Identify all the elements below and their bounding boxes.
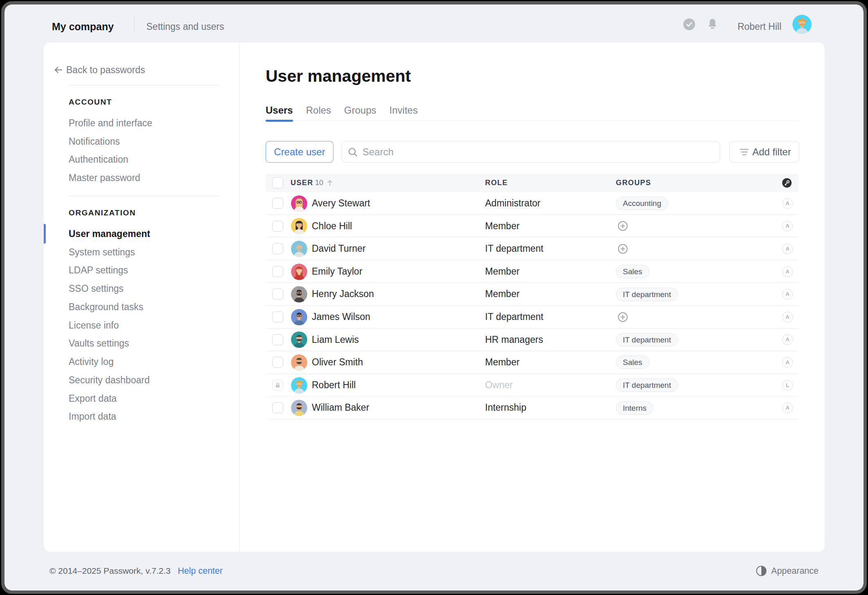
- user-name[interactable]: William Baker: [312, 396, 369, 419]
- group-chip[interactable]: Sales: [616, 265, 649, 278]
- sidebar-item-profile-and-interface[interactable]: Profile and interface: [69, 114, 221, 132]
- sidebar-item-authentication[interactable]: Authentication: [69, 151, 221, 169]
- table-row[interactable]: William BakerInternshipInternsA: [266, 396, 799, 419]
- table-row[interactable]: James WilsonIT departmentA: [266, 306, 799, 329]
- auth-type-badge: A: [782, 244, 793, 254]
- active-tab-underline: [266, 120, 293, 122]
- authorization-key-icon[interactable]: [782, 178, 792, 188]
- user-name[interactable]: Chloe Hill: [312, 215, 352, 238]
- user-avatar: [291, 286, 307, 302]
- topbar-divider: [134, 16, 134, 33]
- add-group-icon[interactable]: [618, 244, 628, 254]
- current-user-avatar[interactable]: [792, 15, 812, 34]
- user-name[interactable]: Avery Stewart: [312, 192, 370, 215]
- tab-groups[interactable]: Groups: [344, 103, 376, 121]
- row-checkbox[interactable]: [272, 402, 283, 413]
- table-header: USER 10 ROLE GROUPS: [266, 174, 799, 192]
- row-checkbox[interactable]: [272, 266, 283, 277]
- sidebar-item-ldap-settings[interactable]: LDAP settings: [69, 262, 221, 280]
- group-chip[interactable]: IT department: [616, 378, 678, 392]
- group-chip[interactable]: IT department: [616, 333, 678, 347]
- group-chip[interactable]: Accounting: [616, 197, 668, 210]
- back-to-passwords-link[interactable]: Back to passwords: [54, 63, 145, 77]
- add-group-icon[interactable]: [618, 221, 628, 231]
- row-checkbox[interactable]: [272, 198, 283, 209]
- create-user-button[interactable]: Create user: [266, 141, 333, 163]
- user-name[interactable]: Robert Hill: [312, 374, 356, 397]
- copyright-text: © 2014–2025 Passwork, v.7.2.3: [49, 564, 170, 577]
- sidebar-item-activity-log[interactable]: Activity log: [69, 353, 221, 371]
- sidebar-item-master-password[interactable]: Master password: [69, 169, 221, 187]
- settings-sidebar: Back to passwords ACCOUNT Profile and in…: [44, 42, 239, 552]
- user-table-body: Avery StewartAdministratorAccountingAChl…: [266, 192, 799, 419]
- table-row[interactable]: Emily TaylorMemberSalesA: [266, 260, 799, 283]
- breadcrumb: Settings and users: [146, 18, 224, 35]
- group-chip[interactable]: IT department: [616, 288, 678, 301]
- user-name[interactable]: Henry Jackson: [312, 283, 374, 306]
- table-row[interactable]: Avery StewartAdministratorAccountingA: [266, 192, 799, 215]
- user-avatar: [291, 309, 307, 325]
- table-row[interactable]: Henry JacksonMemberIT departmentA: [266, 283, 799, 306]
- tab-invites[interactable]: Invites: [389, 103, 418, 121]
- sidebar-item-vaults-settings[interactable]: Vaults settings: [69, 335, 221, 353]
- sidebar-item-background-tasks[interactable]: Background tasks: [69, 298, 221, 316]
- notifications-bell-icon[interactable]: [707, 18, 718, 30]
- user-role: Owner: [485, 374, 513, 397]
- column-header-groups[interactable]: GROUPS: [616, 174, 651, 192]
- user-name[interactable]: David Turner: [312, 237, 366, 260]
- table-row[interactable]: David TurnerIT departmentA: [266, 237, 799, 260]
- select-all-checkbox[interactable]: [272, 177, 283, 188]
- sidebar-item-license-info[interactable]: License info: [69, 316, 221, 335]
- sidebar-item-user-management[interactable]: User management: [69, 225, 221, 243]
- add-group-icon[interactable]: [618, 312, 628, 322]
- sidebar-item-system-settings[interactable]: System settings: [69, 243, 221, 262]
- status-check-icon[interactable]: [683, 18, 695, 30]
- search-input[interactable]: [362, 142, 714, 162]
- column-header-user[interactable]: USER: [291, 174, 313, 192]
- sort-ascending-icon[interactable]: [327, 179, 333, 186]
- sidebar-items-account: Profile and interfaceNotificationsAuthen…: [69, 114, 221, 187]
- current-user-name[interactable]: Robert Hill: [738, 18, 781, 35]
- help-center-link[interactable]: Help center: [178, 564, 223, 577]
- user-name[interactable]: Liam Lewis: [312, 329, 359, 351]
- top-bar: My company Settings and users Robert Hil…: [4, 4, 864, 42]
- company-name[interactable]: My company: [52, 18, 114, 35]
- row-checkbox[interactable]: [272, 311, 283, 322]
- table-row[interactable]: Liam LewisHR managersIT departmentA: [266, 329, 799, 351]
- sidebar-item-security-dashboard[interactable]: Security dashboard: [69, 371, 221, 389]
- user-role: Administrator: [485, 192, 540, 215]
- tab-roles[interactable]: Roles: [306, 103, 331, 121]
- table-row[interactable]: Oliver SmithMemberSalesA: [266, 351, 799, 374]
- row-checkbox[interactable]: [272, 357, 283, 368]
- tab-bar: UsersRolesGroupsInvites: [266, 103, 799, 121]
- appearance-toggle[interactable]: Appearance: [756, 563, 819, 579]
- table-row[interactable]: Robert HillOwnerIT departmentL: [266, 374, 799, 397]
- tab-users[interactable]: Users: [266, 103, 293, 121]
- sidebar-divider: [239, 42, 239, 552]
- sidebar-item-import-data[interactable]: Import data: [69, 408, 221, 426]
- table-row[interactable]: Chloe HillMemberA: [266, 215, 799, 238]
- auth-type-badge: L: [782, 380, 793, 391]
- user-avatar: [291, 331, 307, 348]
- user-name[interactable]: Emily Taylor: [312, 260, 362, 283]
- add-filter-button[interactable]: Add filter: [729, 141, 799, 163]
- user-name[interactable]: James Wilson: [312, 306, 370, 329]
- column-header-role[interactable]: ROLE: [485, 174, 508, 192]
- row-checkbox[interactable]: [272, 243, 283, 254]
- user-name[interactable]: Oliver Smith: [312, 351, 363, 374]
- row-checkbox[interactable]: [272, 221, 283, 232]
- user-avatar: [291, 377, 307, 394]
- user-role: HR managers: [485, 329, 543, 351]
- group-chip[interactable]: Sales: [616, 356, 649, 369]
- toolbar: Create user Add filter: [266, 141, 799, 163]
- sidebar-item-export-data[interactable]: Export data: [69, 389, 221, 408]
- appearance-contrast-icon: [756, 566, 767, 576]
- sidebar-item-notifications[interactable]: Notifications: [69, 132, 221, 151]
- filter-icon: [740, 149, 749, 155]
- row-checkbox[interactable]: [272, 289, 283, 300]
- auth-type-badge: A: [782, 198, 793, 209]
- back-arrow-icon: [54, 65, 63, 75]
- sidebar-item-sso-settings[interactable]: SSO settings: [69, 280, 221, 298]
- row-checkbox[interactable]: [272, 334, 283, 345]
- group-chip[interactable]: Interns: [616, 401, 653, 415]
